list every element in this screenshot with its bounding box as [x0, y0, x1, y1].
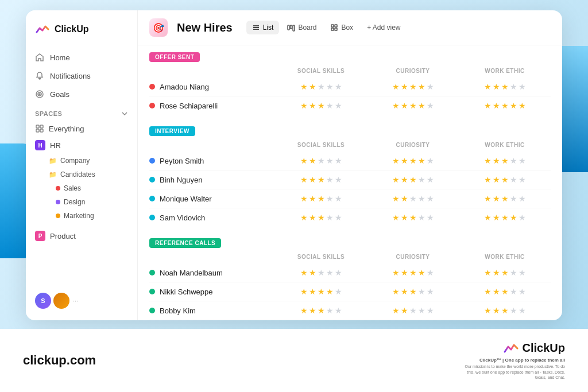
- table-row[interactable]: Peyton Smith ★★★★★ ★★★★★ ★★★★★: [149, 152, 551, 170]
- sales-dot: [56, 186, 60, 191]
- star-empty: ★: [335, 156, 342, 165]
- target-icon: [35, 90, 44, 99]
- app-window: ClickUp Home Notifications Goals Spac: [26, 10, 562, 320]
- star-filled: ★: [501, 175, 509, 184]
- star-empty: ★: [409, 194, 417, 203]
- bottom-brand-name: ClickUp: [523, 341, 565, 355]
- star-filled: ★: [401, 306, 408, 315]
- star-filled: ★: [493, 101, 500, 110]
- star-filled: ★: [484, 156, 492, 165]
- marketing-dot: [56, 214, 60, 218]
- star-filled: ★: [309, 213, 316, 222]
- sales-label: Sales: [64, 184, 81, 192]
- sidebar: ClickUp Home Notifications Goals Spac: [26, 10, 138, 320]
- site-url: clickup.com: [23, 353, 96, 368]
- star-filled: ★: [510, 101, 517, 110]
- sidebar-item-product[interactable]: P Product: [26, 227, 137, 244]
- spaces-section-header: Spaces: [26, 103, 137, 121]
- col-name: [149, 142, 275, 148]
- star-filled: ★: [409, 175, 417, 184]
- table-row[interactable]: Noah Mandelbaum ★★★★★ ★★★★★ ★★★★★: [149, 263, 551, 282]
- section-badge: INTERVIEW: [149, 126, 195, 136]
- star-filled: ★: [300, 101, 308, 110]
- sidebar-item-everything[interactable]: Everything: [26, 121, 137, 137]
- star-filled: ★: [309, 268, 316, 277]
- sidebar-item-goals[interactable]: Goals: [26, 85, 137, 103]
- star-filled: ★: [501, 101, 509, 110]
- svg-rect-3: [36, 125, 39, 128]
- table-row[interactable]: Bobby Kim ★★★★★ ★★★★★ ★★★★★: [149, 301, 551, 320]
- star-empty: ★: [418, 175, 425, 184]
- section-interview: INTERVIEW SOCIAL SKILLS CURIOSITY WORK E…: [149, 126, 551, 227]
- star-filled: ★: [392, 268, 400, 277]
- star-filled: ★: [418, 156, 425, 165]
- sidebar-item-notifications[interactable]: Notifications: [26, 67, 137, 85]
- sidebar-item-candidates[interactable]: 📁 Candidates: [26, 168, 137, 181]
- svg-rect-14: [335, 25, 337, 27]
- home-label: Home: [50, 53, 70, 62]
- table-row[interactable]: Binh Nguyen ★★★★★ ★★★★★ ★★★★★: [149, 170, 551, 189]
- star-filled: ★: [418, 101, 425, 110]
- tab-box[interactable]: Box: [324, 21, 359, 34]
- bottom-brand: ClickUp: [503, 340, 565, 356]
- star-empty: ★: [519, 82, 526, 91]
- social-skills-stars: ★★★★★: [275, 101, 367, 110]
- col-curiosity: CURIOSITY: [367, 142, 459, 148]
- design-label: Design: [64, 198, 85, 206]
- star-empty: ★: [326, 156, 334, 165]
- sidebar-item-marketing[interactable]: Marketing: [26, 209, 137, 223]
- star-filled: ★: [501, 82, 509, 91]
- star-empty: ★: [335, 82, 342, 91]
- section-reference_calls: REFERENCE CALLS SOCIAL SKILLS CURIOSITY …: [149, 238, 551, 320]
- candidate-name: Nikki Schweppe: [149, 288, 275, 296]
- svg-point-2: [39, 94, 40, 95]
- star-filled: ★: [501, 287, 509, 296]
- social-skills-stars: ★★★★★: [275, 287, 367, 296]
- col-headers: SOCIAL SKILLS CURIOSITY WORK ETHIC: [149, 251, 551, 262]
- sidebar-item-design[interactable]: Design: [26, 195, 137, 209]
- page-icon: 🎯: [149, 18, 168, 37]
- avatar-s: S: [35, 293, 51, 309]
- star-empty: ★: [335, 306, 342, 315]
- star-filled: ★: [392, 175, 400, 184]
- star-filled: ★: [309, 287, 316, 296]
- star-empty: ★: [427, 287, 434, 296]
- tab-list[interactable]: List: [246, 21, 280, 34]
- star-filled: ★: [300, 82, 308, 91]
- app-logo: ClickUp: [26, 22, 137, 48]
- star-filled: ★: [484, 175, 492, 184]
- star-filled: ★: [300, 213, 308, 222]
- curiosity-stars: ★★★★★: [367, 213, 459, 222]
- sidebar-item-home[interactable]: Home: [26, 48, 137, 67]
- table-row[interactable]: Amadou Niang ★★★★★ ★★★★★ ★★★★★: [149, 77, 551, 96]
- add-view-button[interactable]: + Add view: [361, 21, 406, 34]
- star-filled: ★: [318, 287, 325, 296]
- star-empty: ★: [510, 156, 517, 165]
- star-empty: ★: [427, 213, 434, 222]
- tab-board[interactable]: Board: [281, 21, 322, 34]
- star-empty: ★: [519, 194, 526, 203]
- work-ethic-stars: ★★★★★: [459, 156, 551, 165]
- sidebar-item-company[interactable]: 📁 Company: [26, 154, 137, 168]
- table-row[interactable]: Monique Walter ★★★★★ ★★★★★ ★★★★★: [149, 189, 551, 208]
- star-empty: ★: [326, 213, 334, 222]
- table-row[interactable]: Rose Schiaparelli ★★★★★ ★★★★★ ★★★★★: [149, 96, 551, 115]
- work-ethic-stars: ★★★★★: [459, 175, 551, 184]
- star-empty: ★: [335, 101, 342, 110]
- status-dot: [149, 84, 155, 90]
- everything-label: Everything: [49, 125, 84, 133]
- col-curiosity: CURIOSITY: [367, 254, 459, 260]
- star-filled: ★: [401, 101, 408, 110]
- sidebar-item-sales[interactable]: Sales: [26, 181, 137, 195]
- table-row[interactable]: Sam Vidovich ★★★★★ ★★★★★ ★★★★★: [149, 208, 551, 227]
- home-icon: [35, 53, 44, 62]
- chevron-down-icon: [121, 110, 128, 117]
- table-row[interactable]: Nikki Schweppe ★★★★★ ★★★★★ ★★★★★: [149, 282, 551, 301]
- star-filled: ★: [392, 156, 400, 165]
- bottom-logo: ClickUp ClickUp™ | One app to replace th…: [462, 340, 565, 381]
- candidate-name-text: Binh Nguyen: [160, 176, 202, 184]
- status-dot: [149, 177, 155, 183]
- svg-rect-6: [40, 129, 43, 132]
- star-empty: ★: [427, 194, 434, 203]
- sidebar-item-hr[interactable]: H HR: [26, 137, 137, 154]
